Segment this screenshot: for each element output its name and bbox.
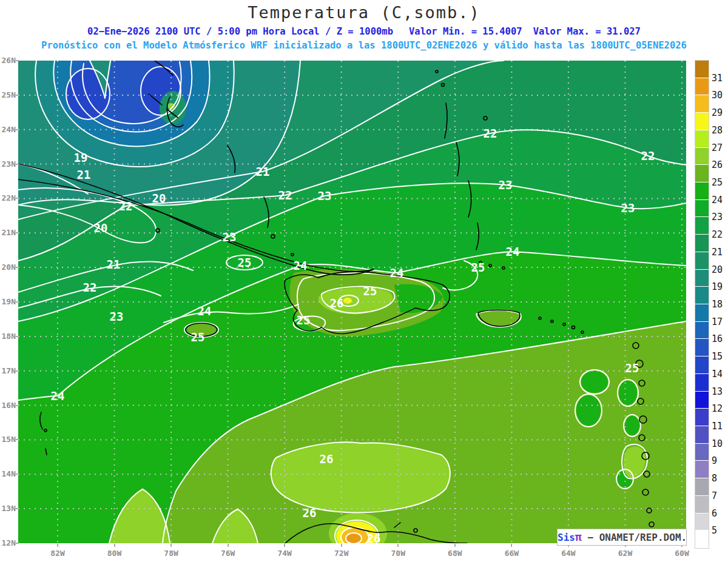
colorbar-segment	[695, 95, 709, 112]
attribution-box: Sisπ − ONAMET/REP.DOM.	[557, 529, 687, 546]
colorbar-segment	[695, 165, 709, 182]
contour-value-label: 23	[621, 201, 635, 215]
colorbar-tick-label: 30	[712, 90, 728, 101]
lon-tick-label: 68W	[442, 549, 468, 558]
lon-tick-mark	[114, 544, 115, 547]
colorbar-segment	[695, 217, 709, 234]
lat-tick-label: 17N	[0, 366, 16, 375]
colorbar-segment	[695, 392, 709, 409]
lat-tick-label: 25N	[0, 90, 16, 99]
colorbar-segment	[695, 200, 709, 217]
lon-tick-label: 70W	[385, 549, 411, 558]
contour-value-label: 24	[390, 266, 404, 279]
lat-tick-label: 19N	[0, 297, 16, 306]
contour-value-label: 20	[152, 192, 166, 205]
colorbar-tick-label: 23	[712, 212, 728, 222]
valor-max-text: Valor Max. = 31.027	[533, 26, 641, 37]
contour-value-label: 25	[625, 361, 639, 375]
lat-tick-mark	[16, 543, 19, 544]
lat-tick-mark	[16, 60, 19, 61]
map-canvas: 1921202220212223212223232524252223222324…	[18, 61, 686, 543]
colorbar-tick-label: 11	[712, 421, 728, 432]
contour-value-label: 25	[191, 330, 205, 344]
colorbar-tick-label: 19	[712, 281, 728, 292]
colorbar-segment	[695, 374, 709, 391]
lat-tick-mark	[16, 439, 19, 440]
lat-tick-mark	[16, 232, 19, 233]
colorbar-segment	[695, 182, 709, 199]
subtitle-datetime-line: 02−Ene−2026 2100 UTC / 5:00 pm Hora Loca…	[0, 26, 728, 37]
lon-tick-mark	[397, 544, 399, 547]
contour-value-label: 21	[107, 258, 121, 271]
colorbar-segment	[695, 61, 709, 78]
lat-tick-mark	[16, 473, 19, 475]
colorbar-tick-label: 20	[712, 264, 728, 275]
lat-tick-label: 12N	[0, 538, 16, 547]
colorbar-segment	[695, 287, 709, 304]
lon-tick-label: 80W	[101, 549, 128, 558]
weather-map-figure: Temperatura (C,somb.) 02−Ene−2026 2100 U…	[0, 0, 728, 562]
contour-value-label: 23	[318, 189, 332, 202]
lat-tick-label: 23N	[0, 159, 16, 169]
lat-tick-label: 15N	[0, 435, 16, 444]
colorbar-segment	[695, 78, 709, 95]
lat-tick-label: 21N	[0, 228, 16, 237]
lon-tick-mark	[170, 544, 172, 547]
attribution-sis: Sis	[558, 532, 575, 543]
colorbar-segment	[695, 426, 709, 443]
lat-tick-label: 20N	[0, 263, 16, 272]
lon-tick-label: 72W	[328, 549, 355, 558]
colorbar-segment	[695, 461, 709, 478]
colorbar-segment	[695, 409, 709, 426]
colorbar-segment	[695, 304, 709, 321]
lon-tick-label: 76W	[215, 549, 241, 558]
lat-tick-mark	[16, 370, 19, 372]
lat-tick-mark	[16, 129, 19, 130]
colorbar-tick-label: 27	[712, 142, 728, 153]
contour-value-label: 23	[223, 230, 237, 244]
contour-value-label: 24	[51, 389, 65, 403]
colorbar-segment	[695, 322, 709, 339]
lat-tick-mark	[16, 164, 19, 165]
attribution-pi-logo: π	[575, 530, 582, 543]
colorbar-tick-label: 5	[712, 525, 728, 536]
contour-value-label: 21	[256, 165, 270, 178]
page-title: Temperatura (C,somb.)	[0, 3, 728, 22]
contour-value-label: 26	[303, 506, 317, 520]
lon-tick-mark	[57, 544, 58, 547]
lat-tick-mark	[16, 508, 19, 509]
valor-min-text: Valor Min. = 15.4007	[409, 26, 522, 37]
lat-tick-mark	[16, 336, 19, 337]
lat-tick-label: 13N	[0, 504, 16, 513]
lon-tick-mark	[284, 544, 285, 547]
contour-value-label: 21	[77, 168, 91, 181]
colorbar-tick-label: 6	[712, 508, 728, 519]
contour-value-label: 23	[499, 178, 513, 192]
contour-value-label: 23	[110, 310, 124, 323]
contour-value-label: 20	[94, 221, 108, 235]
colorbar-segment	[695, 252, 709, 269]
lon-tick-label: 74W	[271, 549, 298, 558]
contour-value-label: 24	[294, 259, 308, 272]
contour-value-label: 22	[278, 189, 292, 202]
contour-value-label: 25	[471, 261, 485, 274]
datetime-text: 02−Ene−2026 2100 UTC / 5:00 pm Hora Loca…	[87, 26, 393, 37]
lat-tick-label: 14N	[0, 469, 16, 478]
colorbar-tick-label: 29	[712, 107, 728, 118]
lat-tick-mark	[16, 267, 19, 268]
colorbar-segment	[695, 339, 709, 356]
colorbar-segment	[695, 130, 709, 147]
contour-value-label: 25	[297, 313, 311, 327]
colorbar-tick-label: 14	[712, 369, 728, 380]
subtitle-model-line: Pronóstico con el Modelo Atmósferico WRF…	[0, 40, 728, 51]
colorbar-tick-label: 16	[712, 333, 728, 344]
contour-value-label: 22	[83, 281, 97, 294]
contour-value-label: 19	[74, 151, 88, 164]
lat-tick-label: 18N	[0, 332, 16, 341]
lon-tick-mark	[511, 544, 512, 547]
contour-value-label: 24	[506, 245, 520, 258]
colorbar-tick-label: 10	[712, 438, 728, 449]
colorbar-tick-label: 21	[712, 247, 728, 258]
contour-value-label: 26	[320, 452, 334, 466]
lon-tick-label: 60W	[669, 549, 695, 558]
